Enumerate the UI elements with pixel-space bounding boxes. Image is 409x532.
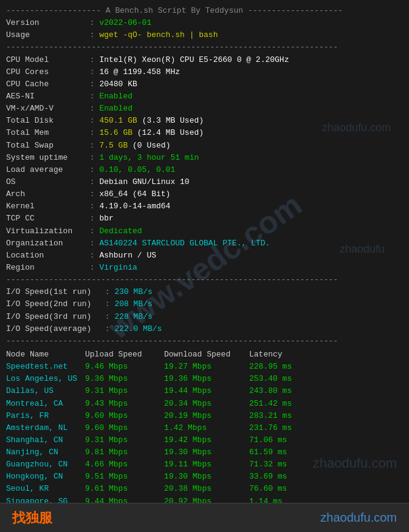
io-run2-label: I/O Speed(2nd run) (6, 298, 100, 310)
org-value: AS140224 STARCLOUD GLOBAL PTE., LTD. (99, 237, 270, 250)
io-run2-line: I/O Speed(2nd run) : 208 MB/s (6, 298, 403, 310)
header-divider-top: -------------------- A Bench.sh Script B… (6, 5, 403, 17)
speed-download: 19.11 Mbps (164, 459, 249, 471)
speed-table: Node Name Upload Speed Download Speed La… (6, 349, 403, 520)
speed-download: 19.30 Mbps (164, 446, 249, 459)
arch-value: x86_64 (64 Bit) (99, 188, 170, 200)
col-upload-header: Upload Speed (85, 349, 164, 361)
speed-download: 19.30 Mbps (164, 471, 249, 483)
speed-node: Guangzhou, CN (6, 459, 85, 471)
usage-value: wget -qO- bench.sh | bash (99, 29, 218, 41)
cpu-cores-line: CPU Cores : 16 @ 1199.458 MHz (6, 66, 403, 78)
total-mem-line: Total Mem : 15.6 GB (12.4 MB Used) (6, 127, 403, 139)
cpu-model-label: CPU Model (6, 54, 85, 66)
speed-rows-container: Speedtest.net 9.46 Mbps 19.27 Mbps 228.9… (6, 361, 403, 520)
org-label: Organization (6, 237, 85, 250)
vm-amd-v-value: Enabled (99, 103, 132, 115)
speed-upload: 9.81 Mbps (85, 446, 164, 459)
region-value: Virginia (99, 262, 137, 274)
speed-node: Paris, FR (6, 410, 85, 422)
speed-table-row: Guangzhou, CN 4.66 Mbps 19.11 Mbps 71.32… (6, 459, 403, 471)
speed-node: Hongkong, CN (6, 471, 85, 483)
io-run1-value: 230 MB/s (114, 286, 152, 298)
speed-node: Nanjing, CN (6, 446, 85, 459)
speed-download: 19.36 Mbps (164, 373, 249, 385)
speed-upload: 9.51 Mbps (85, 471, 164, 483)
tcp-cc-value: bbr (99, 213, 113, 225)
speed-node: Amsterdam, NL (6, 422, 85, 434)
io-avg-line: I/O Speed(average) : 222.0 MB/s (6, 323, 403, 335)
cpu-model-value: Intel(R) Xeon(R) CPU E5-2660 0 @ 2.20GHz (99, 54, 289, 66)
uptime-label: System uptime (6, 152, 85, 164)
speed-upload: 9.31 Mbps (85, 385, 164, 397)
kernel-value: 4.19.0-14-amd64 (99, 200, 170, 213)
io-run2-value: 208 MB/s (114, 298, 152, 310)
col-latency-header: Latency (249, 349, 283, 361)
speed-latency: 61.59 ms (249, 446, 287, 459)
arch-label: Arch (6, 188, 85, 200)
version-line: Version : v2022-06-01 (6, 17, 403, 29)
speed-download: 1.42 Mbps (164, 422, 249, 434)
io-run1-label: I/O Speed(1st run) (6, 286, 100, 298)
speed-download: 19.42 Mbps (164, 434, 249, 446)
speed-table-row: Dallas, US 9.31 Mbps 19.44 Mbps 243.80 m… (6, 385, 403, 397)
vm-amd-v-label: VM-x/AMD-V (6, 103, 85, 115)
speed-upload: 9.43 Mbps (85, 398, 164, 410)
speed-upload: 9.46 Mbps (85, 361, 164, 373)
speed-download: 19.27 Mbps (164, 361, 249, 373)
col-download-header: Download Speed (164, 349, 249, 361)
location-label: Location (6, 250, 85, 262)
speed-upload: 4.66 Mbps (85, 459, 164, 471)
cpu-cache-label: CPU Cache (6, 78, 85, 90)
speed-table-row: Paris, FR 9.60 Mbps 20.19 Mbps 283.21 ms (6, 410, 403, 422)
total-swap-label: Total Swap (6, 140, 85, 152)
version-label: Version (6, 17, 85, 29)
virt-line: Virtualization : Dedicated (6, 225, 403, 237)
speed-latency: 71.32 ms (249, 459, 287, 471)
vm-amd-v-line: VM-x/AMD-V : Enabled (6, 103, 403, 115)
io-avg-label: I/O Speed(average) (6, 323, 100, 335)
col-node-header: Node Name (6, 349, 85, 361)
total-mem-rest: (12.4 MB Used) (132, 127, 204, 139)
speed-table-row: Los Angeles, US 9.36 Mbps 19.36 Mbps 253… (6, 373, 403, 385)
speed-download: 20.34 Mbps (164, 398, 249, 410)
os-label: OS (6, 176, 85, 188)
speed-node: Seoul, KR (6, 483, 85, 495)
speed-table-row: Montreal, CA 9.43 Mbps 20.34 Mbps 251.42… (6, 398, 403, 410)
total-disk-label: Total Disk (6, 115, 85, 127)
speed-upload: 9.60 Mbps (85, 422, 164, 434)
usage-line: Usage : wget -qO- bench.sh | bash (6, 29, 403, 41)
region-line: Region : Virginia (6, 262, 403, 274)
total-swap-line: Total Swap : 7.5 GB (0 Used) (6, 140, 403, 152)
io-run3-value: 228 MB/s (114, 311, 152, 323)
total-disk-rest: (3.3 MB Used) (137, 115, 204, 127)
os-line: OS : Debian GNU/Linux 10 (6, 176, 403, 188)
io-run1-line: I/O Speed(1st run) : 230 MB/s (6, 286, 403, 298)
speed-table-header: Node Name Upload Speed Download Speed La… (6, 349, 403, 361)
tcp-cc-line: TCP CC : bbr (6, 213, 403, 225)
tcp-cc-label: TCP CC (6, 213, 85, 225)
speed-download: 19.44 Mbps (164, 385, 249, 397)
speed-table-row: Amsterdam, NL 9.60 Mbps 1.42 Mbps 231.76… (6, 422, 403, 434)
speed-table-row: Hongkong, CN 9.51 Mbps 19.30 Mbps 33.69 … (6, 471, 403, 483)
load-avg-label: Load average (6, 164, 85, 176)
speed-table-row: Nanjing, CN 9.81 Mbps 19.30 Mbps 61.59 m… (6, 446, 403, 459)
cpu-cache-line: CPU Cache : 20480 KB (6, 78, 403, 90)
total-mem-highlight: 15.6 GB (99, 127, 132, 139)
total-swap-rest: (0 Used) (128, 140, 170, 152)
total-swap-highlight: 7.5 GB (99, 140, 128, 152)
speed-node: Los Angeles, US (6, 373, 85, 385)
speed-latency: 76.60 ms (249, 483, 287, 495)
cpu-model-line: CPU Model : Intel(R) Xeon(R) CPU E5-2660… (6, 54, 403, 66)
aes-ni-line: AES-NI : Enabled (6, 90, 403, 103)
divider-2: ----------------------------------------… (6, 274, 403, 286)
terminal-output: -------------------- A Bench.sh Script B… (0, 0, 409, 532)
region-label: Region (6, 262, 85, 274)
uptime-line: System uptime : 1 days, 3 hour 51 min (6, 152, 403, 164)
speed-download: 20.19 Mbps (164, 410, 249, 422)
total-disk-highlight: 450.1 GB (99, 115, 137, 127)
speed-upload: 9.60 Mbps (85, 410, 164, 422)
speed-latency: 231.76 ms (249, 422, 292, 434)
bottom-bar: 找独服 zhaodufu.com (0, 503, 409, 532)
load-avg-value: 0.10, 0.05, 0.01 (99, 164, 175, 176)
